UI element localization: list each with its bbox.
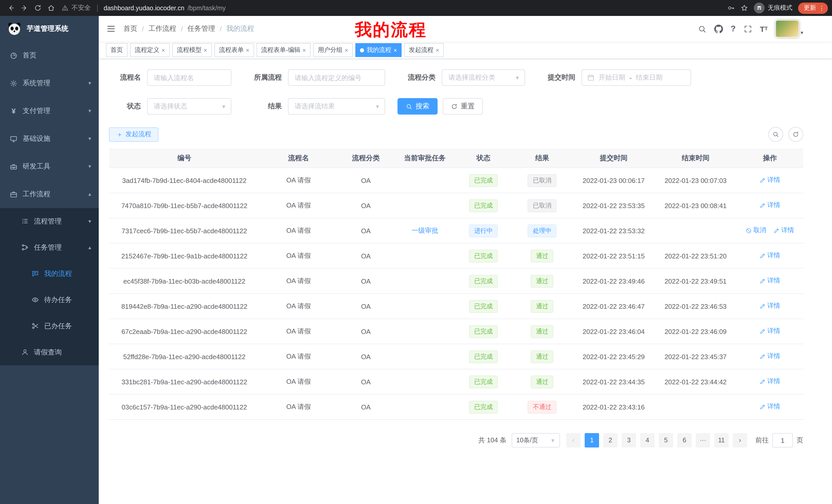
close-icon[interactable]: × [393, 47, 397, 54]
tab-my-process[interactable]: 我的流程× [355, 43, 401, 57]
hamburger-icon[interactable] [99, 16, 123, 41]
process-def-input[interactable] [288, 69, 385, 86]
category-select[interactable]: 请选择流程分类 ▼ [442, 69, 525, 86]
github-icon[interactable] [714, 24, 723, 33]
back-icon[interactable] [4, 2, 18, 14]
sidebar-item-workflow[interactable]: 工作流程▲ [0, 180, 99, 208]
password-key-icon[interactable] [727, 4, 735, 12]
refresh-button[interactable] [788, 127, 803, 142]
row-detail-link[interactable]: 详情 [759, 302, 780, 311]
cell-result: 通过 [512, 344, 573, 369]
row-detail-link[interactable]: 详情 [759, 251, 780, 260]
sidebar-item-devtools[interactable]: 研发工具▼ [0, 152, 99, 180]
row-detail-link[interactable]: 详情 [773, 226, 794, 235]
tab-process-form[interactable]: 流程表单× [214, 43, 254, 57]
search-icon[interactable] [698, 24, 706, 33]
cell-submit-time: 2022-01-22 23:51:15 [573, 243, 655, 269]
page-button[interactable]: 1 [585, 433, 599, 447]
row-detail-link[interactable]: 详情 [759, 277, 780, 285]
close-icon[interactable]: × [204, 47, 207, 54]
page-button[interactable]: 6 [677, 433, 692, 447]
cell-status: 已完成 [455, 243, 512, 269]
cell-id: 7317cec6-7b9b-11ec-b5b7-acde48001122 [109, 218, 260, 243]
close-icon[interactable]: × [161, 47, 165, 54]
page-button[interactable]: 2 [603, 433, 618, 447]
sidebar-item-leave-query[interactable]: 请假查询 [0, 339, 99, 365]
tab-user-group[interactable]: 用户分组× [313, 43, 353, 57]
create-process-button[interactable]: ＋ 发起流程 [109, 127, 158, 142]
security-label[interactable]: 不安全 [72, 4, 91, 12]
reload-icon[interactable] [31, 2, 44, 14]
sidebar-item-infrastructure[interactable]: 基础设施▼ [0, 125, 99, 152]
fullscreen-icon[interactable] [743, 24, 752, 33]
avatar[interactable] [775, 20, 799, 37]
row-detail-link[interactable]: 详情 [759, 377, 780, 386]
tab-process-form-edit[interactable]: 流程表单-编辑× [257, 43, 311, 57]
date-range-picker[interactable]: 开始日期 - 结束日期 [581, 69, 691, 86]
cell-category: OA [337, 269, 394, 293]
forward-icon[interactable] [18, 2, 31, 14]
process-name-input[interactable] [147, 69, 231, 86]
row-detail-link[interactable]: 详情 [759, 402, 780, 411]
sidebar-item-process-management[interactable]: 流程管理▼ [0, 208, 99, 234]
sidebar-item-task-management[interactable]: 任务管理▲ [0, 234, 99, 260]
sidebar-item-home[interactable]: 首页 [0, 41, 99, 69]
home-icon[interactable] [44, 2, 58, 14]
close-icon[interactable]: × [246, 47, 250, 54]
breadcrumb-item[interactable]: 工作流程 [149, 24, 176, 33]
tab-start-process[interactable]: 发起流程× [404, 43, 444, 57]
current-task-link[interactable]: 一级审批 [411, 227, 438, 234]
tab-process-model[interactable]: 流程模型× [172, 43, 212, 57]
page-size-select[interactable]: 10条/页 ▼ [512, 433, 560, 447]
sidebar-item-my-process[interactable]: 我的流程 [0, 260, 99, 287]
tab-process-definition[interactable]: 流程定义× [130, 43, 170, 57]
row-detail-link[interactable]: 详情 [759, 352, 780, 361]
user-menu[interactable]: ▾ [775, 20, 803, 37]
cell-result: 通过 [512, 369, 573, 394]
chevron-down-icon: ▼ [221, 104, 226, 109]
browser-menu-icon[interactable]: ⋮ [818, 4, 825, 11]
page-ellipsis[interactable]: ··· [696, 433, 710, 447]
close-icon[interactable]: × [436, 47, 439, 54]
close-icon[interactable]: × [344, 47, 348, 54]
page-button[interactable]: 5 [659, 433, 673, 447]
row-cancel-link[interactable]: 取消 [746, 226, 766, 235]
search-toggle-button[interactable] [768, 127, 783, 142]
status-select[interactable]: 请选择状态 ▼ [147, 98, 231, 115]
tab-home[interactable]: 首页 [106, 43, 128, 57]
cell-name: OA 请假 [260, 369, 337, 394]
goto-page-input[interactable] [772, 433, 793, 447]
result-badge: 已取消 [528, 174, 557, 187]
page-button[interactable]: 11 [714, 433, 729, 447]
font-size-icon[interactable]: TT [760, 25, 768, 33]
bookmark-star-icon[interactable] [740, 4, 748, 12]
prev-page-button[interactable]: ‹ [566, 433, 580, 447]
address-separator [97, 4, 98, 11]
breadcrumb-item[interactable]: 任务管理 [187, 24, 215, 33]
row-detail-link[interactable]: 详情 [759, 201, 780, 210]
result-select[interactable]: 请选择流结果 ▼ [288, 98, 385, 115]
sidebar-item-done-tasks[interactable]: 已办任务 [0, 313, 99, 339]
search-button[interactable]: 搜索 [397, 98, 438, 115]
update-button[interactable]: 更新 ⋮ [798, 2, 828, 13]
page-button[interactable]: 4 [640, 433, 655, 447]
app-title: 芋道管理系统 [27, 24, 69, 33]
sidebar-item-payment[interactable]: ¥支付管理▼ [0, 97, 99, 125]
breadcrumb-item[interactable]: 首页 [123, 24, 137, 33]
row-detail-link[interactable]: 详情 [759, 176, 780, 185]
next-page-button[interactable]: › [733, 433, 747, 447]
app-logo[interactable]: 芋道管理系统 [0, 16, 99, 41]
address-bar[interactable]: 不安全 dashboard.yudao.iocoder.cn/bpm/task/… [62, 4, 226, 12]
cell-current-task [394, 243, 456, 269]
browser-toolbar: 不安全 dashboard.yudao.iocoder.cn/bpm/task/… [0, 0, 832, 16]
help-icon[interactable]: ? [731, 25, 736, 33]
cell-category: OA [337, 168, 394, 193]
page-button[interactable]: 3 [622, 433, 636, 447]
close-icon[interactable]: × [302, 47, 306, 54]
sidebar-item-label: 任务管理 [34, 243, 62, 252]
sidebar-item-todo-tasks[interactable]: 待办任务 [0, 287, 99, 313]
reset-button[interactable]: 重置 [443, 98, 483, 115]
row-detail-link[interactable]: 详情 [759, 327, 780, 336]
cell-result: 通过 [512, 269, 573, 293]
sidebar-item-system[interactable]: 系统管理▼ [0, 69, 99, 97]
